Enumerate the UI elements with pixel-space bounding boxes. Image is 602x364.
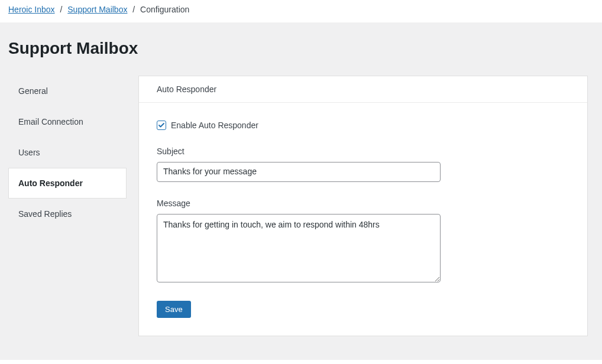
enable-auto-responder-checkbox[interactable] [157, 121, 166, 130]
breadcrumb-separator: / [132, 5, 135, 14]
page-title: Support Mailbox [0, 22, 602, 76]
breadcrumb-current: Configuration [140, 5, 189, 14]
subject-input[interactable] [157, 162, 441, 182]
main-area: Support Mailbox General Email Connection… [0, 22, 602, 360]
message-field-group: Message Thanks for getting in touch, we … [157, 199, 569, 284]
layout: General Email Connection Users Auto Resp… [0, 76, 602, 336]
sidenav-item-general[interactable]: General [8, 76, 127, 106]
panel-body: Enable Auto Responder Subject Message Th… [139, 103, 587, 336]
subject-label: Subject [157, 147, 569, 156]
sidenav-item-saved-replies[interactable]: Saved Replies [8, 199, 127, 229]
message-label: Message [157, 199, 569, 208]
settings-panel: Auto Responder Enable Auto Responder Sub… [138, 76, 588, 336]
sidenav-item-auto-responder[interactable]: Auto Responder [8, 168, 127, 199]
message-textarea[interactable]: Thanks for getting in touch, we aim to r… [157, 214, 441, 282]
breadcrumb-link-support-mailbox[interactable]: Support Mailbox [67, 5, 127, 14]
enable-auto-responder-row: Enable Auto Responder [157, 121, 569, 130]
sidenav-item-email-connection[interactable]: Email Connection [8, 106, 127, 137]
panel-header: Auto Responder [139, 76, 587, 103]
sidenav: General Email Connection Users Auto Resp… [8, 76, 127, 229]
breadcrumb-separator: / [60, 5, 62, 14]
breadcrumb-link-heroic-inbox[interactable]: Heroic Inbox [8, 5, 55, 14]
breadcrumb: Heroic Inbox / Support Mailbox / Configu… [0, 0, 602, 22]
subject-field-group: Subject [157, 147, 569, 182]
sidenav-item-users[interactable]: Users [8, 137, 127, 168]
enable-auto-responder-label[interactable]: Enable Auto Responder [171, 121, 258, 130]
save-button[interactable]: Save [157, 301, 191, 318]
checkmark-icon [158, 122, 165, 129]
